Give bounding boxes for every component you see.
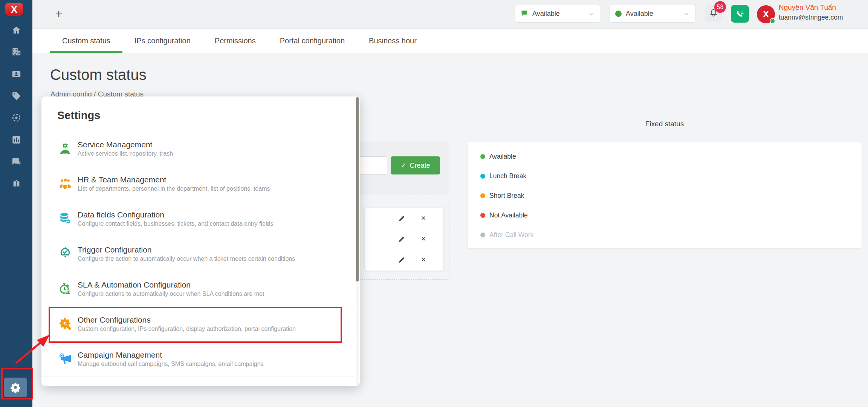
settings-item-sla-automation-configuration[interactable]: SLA SLA & Automation Configuration Confi… <box>41 271 355 306</box>
chat-icon <box>11 157 21 167</box>
service-management-icon <box>58 142 72 155</box>
status-label: After Call Work <box>489 231 533 239</box>
settings-item-campaign-management[interactable]: Campaign Management Manage outbound call… <box>41 341 355 376</box>
chevron-down-icon <box>588 10 595 18</box>
settings-item-title: HR & Team Management <box>78 174 270 185</box>
fixed-status-available[interactable]: Available <box>468 151 862 161</box>
custom-status-row: × <box>365 229 443 249</box>
sidebar-item-reports[interactable] <box>0 130 32 148</box>
edit-pencil-icon[interactable] <box>398 256 405 264</box>
call-icon <box>735 9 745 19</box>
settings-item-title: Data fields Configuration <box>78 210 273 220</box>
settings-item-data-fields-configuration[interactable]: Data fields Configuration Configure cont… <box>41 201 355 236</box>
presence-dot-icon <box>770 18 775 24</box>
status-dot-icon <box>480 233 485 237</box>
status-dot-icon <box>480 154 485 159</box>
hr-team-icon <box>58 177 72 190</box>
delete-x-icon[interactable]: × <box>419 255 428 265</box>
custom-status-list-card: × × × <box>365 208 443 271</box>
app-logo[interactable]: X <box>5 3 23 16</box>
notification-count-badge: 58 <box>714 1 726 13</box>
agent-status-value: Available <box>532 10 588 18</box>
status-dot-icon <box>480 213 485 218</box>
new-tab-button[interactable]: + <box>50 5 67 22</box>
fixed-status-title: Fixed status <box>467 120 862 128</box>
status-label: Not Available <box>489 211 528 219</box>
annotation-box-settings-gear <box>1 368 33 399</box>
tab-portal-configuration[interactable]: Portal configuration <box>268 29 357 53</box>
settings-item-subtitle: Configure contact fields, businesses, ti… <box>78 220 273 228</box>
avatar[interactable]: X <box>757 5 775 23</box>
settings-item-subtitle: Configure the action to automatically oc… <box>78 255 295 263</box>
sla-stopwatch-icon: SLA <box>58 282 72 295</box>
check-icon: ✓ <box>400 161 406 170</box>
sidebar-item-home[interactable] <box>0 21 32 39</box>
user-name[interactable]: Nguyễn Văn Tuấn <box>779 3 836 12</box>
sidebar-item-knowledge[interactable] <box>0 174 32 193</box>
create-button-label: Create <box>410 162 430 170</box>
delete-x-icon[interactable]: × <box>419 234 428 244</box>
sidebar-item-contacts[interactable] <box>0 65 32 83</box>
settings-item-trigger-configuration[interactable]: Trigger Configuration Configure the acti… <box>41 236 355 271</box>
chevron-down-icon <box>683 10 690 18</box>
tag-icon <box>11 91 21 101</box>
edit-pencil-icon[interactable] <box>398 215 405 222</box>
call-status-value: Available <box>626 10 683 18</box>
svg-text:SLA: SLA <box>65 291 70 294</box>
trigger-icon <box>58 247 72 260</box>
sidebar-item-chat[interactable] <box>0 153 32 171</box>
fixed-status-after-call-work[interactable]: After Call Work <box>468 230 862 240</box>
status-dot-icon <box>480 193 485 198</box>
settings-item-title: Trigger Configuration <box>78 245 295 255</box>
edit-pencil-icon[interactable] <box>398 236 405 243</box>
settings-item-subtitle: Configure actions to automatically occur… <box>78 290 264 298</box>
delete-x-icon[interactable]: × <box>419 213 428 223</box>
fixed-status-lunch-break[interactable]: Lunch Break <box>468 171 862 181</box>
target-icon <box>11 113 21 123</box>
fixed-status-panel: Available Lunch Break Short Break Not Av… <box>467 142 862 249</box>
app-window: + Available Available 58 <box>0 0 868 407</box>
sidebar: X <box>0 0 32 407</box>
status-label: Lunch Break <box>489 172 526 180</box>
settings-item-hr-team-management[interactable]: HR & Team Management List of departments… <box>41 166 355 201</box>
avatar-letter: X <box>763 9 769 20</box>
custom-status-row: × <box>365 249 443 270</box>
tab-permissions[interactable]: Permissions <box>203 29 268 53</box>
home-icon <box>11 25 21 35</box>
modal-scrollbar-thumb[interactable] <box>356 97 359 282</box>
user-email: tuannv@stringee.com <box>779 14 843 21</box>
tab-custom-status[interactable]: Custom status <box>50 29 122 53</box>
campaign-megaphone-icon <box>58 352 72 366</box>
data-fields-icon <box>58 212 72 225</box>
settings-item-subtitle: Active services list, repository, trash <box>78 150 173 158</box>
topbar: + Available Available 58 <box>32 0 868 29</box>
reports-icon <box>11 135 21 145</box>
knowledge-icon <box>11 179 21 189</box>
status-label: Short Break <box>489 192 524 200</box>
fixed-status-short-break[interactable]: Short Break <box>468 191 862 200</box>
tab-business-hour[interactable]: Business hour <box>357 29 429 53</box>
agent-status-dropdown[interactable]: Available <box>515 5 601 23</box>
settings-item-service-management[interactable]: Service Management Active services list,… <box>41 131 355 166</box>
custom-status-row: × <box>365 208 443 229</box>
tab-ips-configuration[interactable]: IPs configuration <box>122 29 203 53</box>
settings-item-subtitle: Manage outbound call campaigns, SMS camp… <box>78 360 264 368</box>
settings-item-title: SLA & Automation Configuration <box>78 280 264 290</box>
settings-item-title: Service Management <box>78 139 173 150</box>
admin-config-tabs: Custom status IPs configuration Permissi… <box>32 29 868 53</box>
create-button[interactable]: ✓ Create <box>391 156 440 174</box>
status-label: Available <box>489 153 516 161</box>
sidebar-item-company[interactable] <box>0 43 32 61</box>
settings-item-title: Campaign Management <box>78 350 264 360</box>
phone-button[interactable] <box>731 5 749 23</box>
contacts-icon <box>11 69 21 79</box>
fixed-status-not-available[interactable]: Not Available <box>468 210 862 220</box>
modal-scrollbar-track[interactable] <box>356 97 359 385</box>
page-title: Custom status <box>50 66 147 83</box>
sidebar-item-tags[interactable] <box>0 87 32 105</box>
settings-item-subtitle: List of departments, personnel in the de… <box>78 185 270 193</box>
call-status-dropdown[interactable]: Available <box>610 5 696 23</box>
sidebar-item-tracking[interactable] <box>0 109 32 127</box>
company-icon <box>11 47 21 57</box>
annotation-box-other-configurations <box>49 307 342 343</box>
